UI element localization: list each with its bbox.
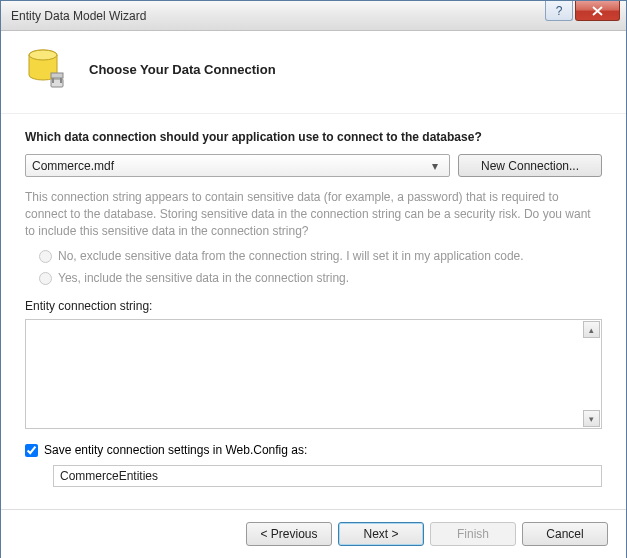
connection-selected: Commerce.mdf (32, 159, 427, 173)
wizard-content: Which data connection should your applic… (1, 114, 626, 497)
svg-rect-3 (51, 73, 63, 78)
connection-string-textarea[interactable]: ▴ ▾ (25, 319, 602, 429)
save-settings-checkbox[interactable] (25, 444, 38, 457)
chevron-down-icon: ▾ (427, 159, 443, 173)
save-settings-label: Save entity connection settings in Web.C… (44, 443, 307, 457)
scroll-down-button[interactable]: ▾ (583, 410, 600, 427)
database-icon (25, 45, 73, 93)
window-title: Entity Data Model Wizard (11, 9, 545, 23)
connection-string-label: Entity connection string: (25, 299, 602, 313)
wizard-footer: < Previous Next > Finish Cancel (1, 509, 626, 558)
close-button[interactable] (575, 1, 620, 21)
title-bar: Entity Data Model Wizard ? (1, 1, 626, 31)
window-controls: ? (545, 1, 626, 30)
config-name-input[interactable] (53, 465, 602, 487)
close-icon (592, 6, 603, 16)
sensitive-data-note: This connection string appears to contai… (25, 189, 602, 239)
next-button[interactable]: Next > (338, 522, 424, 546)
sensitive-data-radio-group: No, exclude sensitive data from the conn… (25, 249, 602, 285)
radio-exclude-row: No, exclude sensitive data from the conn… (39, 249, 602, 263)
scroll-up-button[interactable]: ▴ (583, 321, 600, 338)
radio-include-row: Yes, include the sensitive data in the c… (39, 271, 602, 285)
cancel-button[interactable]: Cancel (522, 522, 608, 546)
radio-exclude (39, 250, 52, 263)
new-connection-button[interactable]: New Connection... (458, 154, 602, 177)
connection-dropdown[interactable]: Commerce.mdf ▾ (25, 154, 450, 177)
radio-exclude-label: No, exclude sensitive data from the conn… (58, 249, 524, 263)
radio-include (39, 272, 52, 285)
save-settings-row: Save entity connection settings in Web.C… (25, 443, 602, 457)
wizard-heading: Choose Your Data Connection (89, 62, 276, 77)
finish-button: Finish (430, 522, 516, 546)
connection-row: Commerce.mdf ▾ New Connection... (25, 154, 602, 177)
help-icon: ? (556, 4, 563, 18)
question-label: Which data connection should your applic… (25, 130, 602, 144)
help-button[interactable]: ? (545, 1, 573, 21)
wizard-header: Choose Your Data Connection (1, 31, 626, 114)
chevron-up-icon: ▴ (589, 325, 594, 335)
previous-button[interactable]: < Previous (246, 522, 332, 546)
radio-include-label: Yes, include the sensitive data in the c… (58, 271, 349, 285)
svg-point-1 (29, 50, 57, 60)
chevron-down-icon: ▾ (589, 414, 594, 424)
